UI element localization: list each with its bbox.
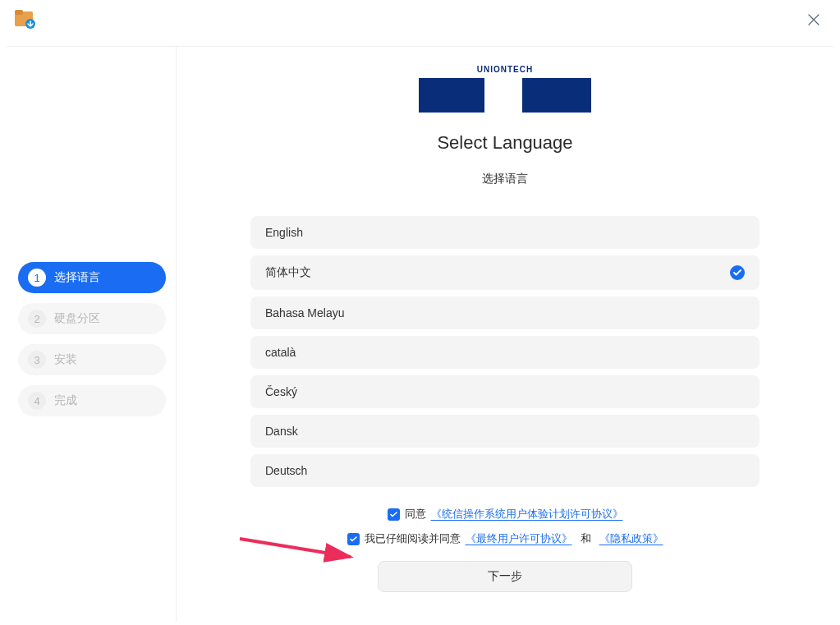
close-icon xyxy=(808,14,819,25)
language-label: Deutsch xyxy=(265,464,307,477)
next-button-label: 下一步 xyxy=(488,569,522,584)
step-label: 安装 xyxy=(54,352,77,367)
page-title: Select Language xyxy=(437,132,572,154)
language-list[interactable]: English 简体中文 Bahasa Melayu català Český … xyxy=(250,216,760,487)
close-button[interactable] xyxy=(801,7,827,33)
language-item-english[interactable]: English xyxy=(250,216,760,249)
language-label: 简体中文 xyxy=(265,265,311,280)
eula-link[interactable]: 《最终用户许可协议》 xyxy=(466,531,572,546)
titlebar-left xyxy=(13,8,36,31)
logo-label: UNIONTECH xyxy=(470,63,539,76)
sidebar-step-done: 4 完成 xyxy=(18,385,166,416)
language-item-czech[interactable]: Český xyxy=(250,375,760,408)
svg-rect-1 xyxy=(15,10,23,15)
agreement-uex: 同意 《统信操作系统用户体验计划许可协议》 xyxy=(347,507,663,522)
language-label: català xyxy=(265,346,296,359)
eula-checkbox[interactable] xyxy=(347,533,360,545)
agreements: 同意 《统信操作系统用户体验计划许可协议》 我已仔细阅读并同意 《最终用户许可协… xyxy=(347,507,663,546)
language-label: Český xyxy=(265,385,297,398)
sidebar: 1 选择语言 2 硬盘分区 3 安装 4 完成 xyxy=(7,46,177,622)
app-icon xyxy=(13,8,36,31)
step-number: 3 xyxy=(28,351,46,369)
sidebar-step-install: 3 安装 xyxy=(18,344,166,375)
check-icon xyxy=(730,265,745,280)
uex-text: 同意 xyxy=(405,507,426,522)
window-content: 1 选择语言 2 硬盘分区 3 安装 4 完成 UNIONTECH Select… xyxy=(0,39,840,625)
step-number: 1 xyxy=(28,269,46,287)
sidebar-step-partition: 2 硬盘分区 xyxy=(18,303,166,334)
logo: UNIONTECH Select Language 选择语言 xyxy=(419,63,591,186)
language-label: Bahasa Melayu xyxy=(265,306,345,319)
language-item-german[interactable]: Deutsch xyxy=(250,454,760,487)
page-subtitle: 选择语言 xyxy=(482,172,528,186)
titlebar xyxy=(0,0,840,39)
language-item-danish[interactable]: Dansk xyxy=(250,415,760,448)
language-item-catalan[interactable]: català xyxy=(250,336,760,369)
agreement-eula: 我已仔细阅读并同意 《最终用户许可协议》 和 《隐私政策》 xyxy=(347,531,663,546)
language-item-chinese[interactable]: 简体中文 xyxy=(250,255,760,290)
eula-text: 我已仔细阅读并同意 xyxy=(365,531,461,546)
step-label: 完成 xyxy=(54,393,77,408)
step-number: 4 xyxy=(28,392,46,410)
step-label: 硬盘分区 xyxy=(54,311,100,326)
privacy-link[interactable]: 《隐私政策》 xyxy=(599,531,663,546)
step-number: 2 xyxy=(28,310,46,328)
step-label: 选择语言 xyxy=(54,270,100,285)
main-area: UNIONTECH Select Language 选择语言 English 简… xyxy=(177,46,833,622)
sidebar-step-language[interactable]: 1 选择语言 xyxy=(18,262,166,293)
uex-link[interactable]: 《统信操作系统用户体验计划许可协议》 xyxy=(431,507,623,522)
language-label: English xyxy=(265,226,303,239)
language-item-malay[interactable]: Bahasa Melayu xyxy=(250,296,760,329)
uex-checkbox[interactable] xyxy=(388,508,400,521)
eula-and: 和 xyxy=(581,531,591,546)
next-button[interactable]: 下一步 xyxy=(378,561,632,592)
language-label: Dansk xyxy=(265,425,298,438)
logo-graphic: UNIONTECH xyxy=(419,63,591,113)
